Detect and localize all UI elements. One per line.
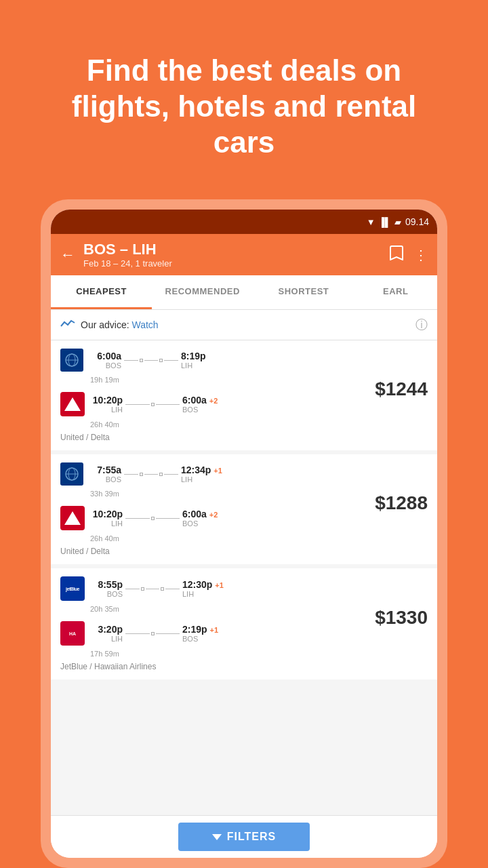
stop-line-2-in xyxy=(125,517,180,520)
arr-time-2-in: 6:00a +2 xyxy=(182,509,218,519)
flight-list: 6:00a BOS xyxy=(51,340,437,815)
wifi-icon: ▼ xyxy=(367,217,375,227)
advice-text: Our advice: Watch xyxy=(81,319,159,330)
arr-airport-1-out: LIH xyxy=(181,361,214,370)
flight-card-2[interactable]: 7:55a BOS xyxy=(51,454,437,564)
dur-3-in: 17h 59m xyxy=(90,650,119,658)
phone-wrapper: ▼ ▐▌ ▰ 09.14 ← BOS – LIH Feb 18 – 24, 1 … xyxy=(41,199,447,868)
dep-time-3-in: 3:20p xyxy=(90,624,123,635)
jetblue-logo-1: jetBlue xyxy=(60,576,85,601)
dep-airport-1-in: LIH xyxy=(90,406,123,414)
arr-airport-1-in: BOS xyxy=(182,406,218,414)
price-col-3: $1330 xyxy=(373,576,428,659)
dates-label: Feb 18 – 24, 1 traveler xyxy=(83,258,382,269)
battery-icon: ▰ xyxy=(394,217,401,227)
hero-text: Find the best deals on flights, hotels a… xyxy=(34,26,454,180)
arr-time-3-out: 12:30p +1 xyxy=(182,579,224,590)
stop-line-3-out xyxy=(125,587,180,591)
dep-airport-1-out: BOS xyxy=(89,361,121,370)
dep-time-2-out: 7:55a xyxy=(89,465,121,475)
dep-time-2-in: 10:20p xyxy=(90,509,123,519)
header-actions: ⋮ xyxy=(390,245,428,264)
united-logo-1 xyxy=(60,349,83,372)
phone-screen: ▼ ▐▌ ▰ 09.14 ← BOS – LIH Feb 18 – 24, 1 … xyxy=(51,210,437,858)
dur-2-out: 33h 39m xyxy=(90,490,119,498)
delta-logo-1 xyxy=(60,392,85,416)
advice-bar: Our advice: Watch ⓘ xyxy=(51,310,437,340)
hero-section: Find the best deals on flights, hotels a… xyxy=(0,0,488,199)
trend-icon xyxy=(60,318,75,332)
arr-time-2-out: 12:34p +1 xyxy=(181,465,222,475)
filters-bar: FILTERS xyxy=(51,815,437,858)
arr-airport-3-in: BOS xyxy=(182,635,218,643)
price-col-2: $1288 xyxy=(373,462,428,544)
filter-icon xyxy=(212,834,222,840)
app-header: ← BOS – LIH Feb 18 – 24, 1 traveler ⋮ xyxy=(51,234,437,275)
price-3: $1330 xyxy=(375,607,428,629)
info-icon[interactable]: ⓘ xyxy=(415,317,428,333)
hawaiian-logo-1: HA xyxy=(60,621,85,646)
united-logo-2 xyxy=(60,462,83,486)
advice-watch-link[interactable]: Watch xyxy=(131,319,158,330)
arr-time-3-in: 2:19p +1 xyxy=(182,624,218,635)
tab-earliest[interactable]: EARL xyxy=(354,275,437,309)
stop-line-1-out xyxy=(124,359,178,362)
price-col-1: $1244 xyxy=(373,349,428,430)
advice-left: Our advice: Watch xyxy=(60,318,159,332)
dep-airport-2-in: LIH xyxy=(90,519,123,528)
tab-cheapest[interactable]: CHEAPEST xyxy=(51,275,152,309)
arr-airport-3-out: LIH xyxy=(182,590,224,598)
dep-time-1-out: 6:00a xyxy=(89,351,121,361)
filters-button[interactable]: FILTERS xyxy=(178,823,310,851)
dep-time-1-in: 10:20p xyxy=(90,395,123,406)
price-1: $1244 xyxy=(375,378,428,400)
dep-time-3-out: 8:55p xyxy=(90,579,123,590)
dur-1-out: 19h 19m xyxy=(90,376,119,384)
arr-airport-2-out: LIH xyxy=(181,475,222,484)
dur-1-in: 26h 40m xyxy=(90,420,119,429)
airlines-2: United / Delta xyxy=(60,547,428,556)
price-2: $1288 xyxy=(375,492,428,514)
tab-recommended[interactable]: RECOMMENDED xyxy=(152,275,253,309)
dep-airport-2-out: BOS xyxy=(89,475,121,484)
stop-line-3-in xyxy=(125,632,180,635)
stop-line-1-in xyxy=(125,403,180,406)
status-icons: ▼ ▐▌ ▰ xyxy=(367,217,401,227)
bookmark-icon[interactable] xyxy=(390,245,403,264)
signal-icon: ▐▌ xyxy=(379,217,391,227)
delta-logo-2 xyxy=(60,506,85,530)
airlines-3: JetBlue / Hawaiian Airlines xyxy=(60,662,428,671)
status-time: 09.14 xyxy=(405,216,429,227)
filters-label: FILTERS xyxy=(227,831,276,843)
back-button[interactable]: ← xyxy=(60,246,75,264)
dur-3-out: 20h 35m xyxy=(90,605,119,613)
flight-card-3[interactable]: jetBlue 8:55p BOS xyxy=(51,568,437,679)
arr-time-1-out: 8:19p xyxy=(181,351,214,361)
dep-airport-3-out: BOS xyxy=(90,590,123,598)
header-title: BOS – LIH Feb 18 – 24, 1 traveler xyxy=(83,241,382,269)
arr-time-1-in: 6:00a +2 xyxy=(182,395,218,406)
dur-2-in: 26h 40m xyxy=(90,534,119,542)
stop-line-2-out xyxy=(124,473,178,476)
airlines-1: United / Delta xyxy=(60,433,428,442)
status-bar: ▼ ▐▌ ▰ 09.14 xyxy=(51,210,437,234)
route-label: BOS – LIH xyxy=(83,241,382,258)
tab-shortest[interactable]: SHORTEST xyxy=(253,275,354,309)
more-icon[interactable]: ⋮ xyxy=(414,247,428,263)
flight-card-1[interactable]: 6:00a BOS xyxy=(51,340,437,450)
sort-tabs: CHEAPEST RECOMMENDED SHORTEST EARL xyxy=(51,275,437,310)
arr-airport-2-in: BOS xyxy=(182,519,218,528)
dep-airport-3-in: LIH xyxy=(90,635,123,643)
